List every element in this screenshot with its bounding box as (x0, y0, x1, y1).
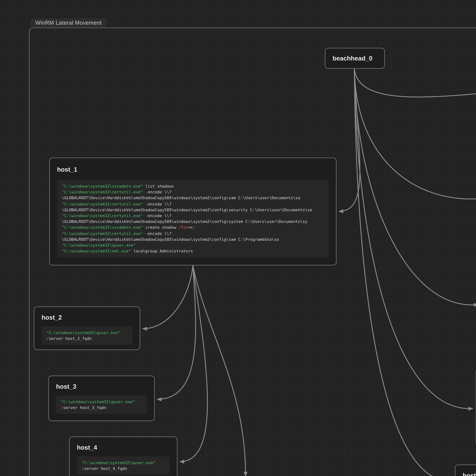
command-segment: "C:\windows\system32\quser.exe" (61, 399, 135, 404)
command-segment: \GLOBALROOT\Device\HarddiskVolumeShadowC… (62, 196, 300, 200)
command-block: "C:\windows\system32\vssadmin.exe" list … (57, 180, 329, 257)
command-segment: "C:\windows\system32\certutil.exe" (62, 213, 143, 218)
command-line: "C:\windows\system32\quser.exe" (61, 399, 142, 405)
command-segment: \GLOBALROOT\Device\HarddiskVolumeShadowC… (62, 207, 312, 212)
command-segment: encode \\? (148, 213, 171, 218)
command-line: /server host_2_fqdn (46, 336, 128, 341)
command-segment: "C:\windows\system32\quser.exe" (82, 460, 155, 465)
command-block: "C:\windows\system32\quser.exe"/server h… (42, 326, 133, 345)
node-title: host_3 (56, 383, 76, 390)
command-line: /server host_4_fqdn (82, 466, 165, 472)
command-line: \GLOBALROOT\Device\HarddiskVolumeShadowC… (62, 219, 324, 224)
command-line: "C:\windows\system32\quser.exe" (62, 242, 324, 248)
command-line: \GLOBALROOT\Device\HarddiskVolumeShadowC… (62, 195, 324, 201)
command-segment (143, 190, 145, 194)
command-segment: /for (179, 225, 188, 230)
command-line: "C:\windows\system32\certutil.exe" -enco… (62, 201, 324, 207)
command-segment: "C:\windows\system32\net.exe" (62, 249, 131, 254)
diagram-title: WinRM Lateral Movement (35, 20, 102, 26)
command-segment: encode \\? (148, 231, 171, 236)
command-segment: localgroup Administrators (131, 249, 193, 254)
command-line: \GLOBALROOT\Device\HarddiskVolumeShadowC… (62, 236, 324, 242)
node-title: host_10 (463, 472, 476, 476)
command-segment: list shadows (143, 184, 174, 188)
command-line: "C:\windows\system32\quser.exe" (46, 330, 128, 336)
diagram-canvas: WinRM Lateral Movement beachhead_0host_1… (0, 0, 476, 476)
command-segment: / (61, 405, 63, 410)
command-segment (143, 202, 145, 206)
command-segment (143, 231, 145, 236)
command-segment: create shadow (143, 225, 179, 230)
node-host_1[interactable]: host_1"C:\windows\system32\vssadmin.exe"… (49, 157, 337, 265)
command-segment: "C:\windows\system32\vssadmin.exe" (62, 225, 143, 230)
node-host_10[interactable]: host_10"C:\windows\system32\systeminfo.e… (455, 465, 476, 476)
node-title: beachhead_0 (333, 55, 373, 62)
node-beachhead_0[interactable]: beachhead_0 (325, 48, 385, 69)
command-segment: server host_3_fqdn (63, 405, 106, 410)
command-segment: \GLOBALROOT\Device\HarddiskVolumeShadowC… (62, 237, 279, 242)
command-line: "C:\windows\system32\net.exe" localgroup… (62, 248, 324, 254)
command-segment: server host_2_fqdn (49, 336, 92, 341)
node-title: host_1 (57, 166, 77, 173)
node-host_2[interactable]: host_2"C:\windows\system32\quser.exe"/se… (34, 306, 140, 350)
command-segment: / (82, 466, 84, 471)
command-segment: server host_4_fqdn (84, 466, 127, 471)
command-segment: "C:\windows\system32\certutil.exe" (62, 190, 143, 194)
command-segment: encode \\? (148, 190, 171, 194)
command-block: "C:\windows\system32\quser.exe"/server h… (77, 456, 170, 475)
command-line: "C:\windows\system32\certutil.exe" -enco… (62, 189, 324, 195)
command-segment: \GLOBALROOT\Device\HarddiskVolumeShadowC… (62, 219, 307, 224)
command-segment: "C:\windows\system32\quser.exe" (46, 330, 120, 335)
command-segment: / (46, 336, 49, 341)
command-line: "C:\windows\system32\certutil.exe" -enco… (62, 230, 324, 236)
command-line: "C:\windows\system32\vssadmin.exe" creat… (62, 224, 324, 230)
command-line: "C:\windows\system32\quser.exe" (82, 460, 165, 466)
command-segment: - (145, 213, 148, 218)
command-segment: "C:\windows\system32\certutil.exe" (62, 231, 143, 236)
command-segment: =c: (188, 225, 195, 230)
diagram-title-chip: WinRM Lateral Movement (31, 18, 106, 27)
command-segment: "C:\windows\system32\certutil.exe" (62, 202, 143, 206)
command-segment (143, 213, 145, 218)
node-title: host_4 (77, 444, 97, 451)
command-segment: - (145, 202, 148, 206)
command-line: \GLOBALROOT\Device\HarddiskVolumeShadowC… (62, 207, 324, 213)
nodes-layer: beachhead_0host_1"C:\windows\system32\vs… (0, 0, 476, 476)
node-host_3[interactable]: host_3"C:\windows\system32\quser.exe"/se… (48, 376, 155, 421)
command-line: "C:\windows\system32\vssadmin.exe" list … (62, 183, 324, 189)
command-segment: "C:\windows\system32\quser.exe" (62, 243, 136, 248)
command-block: "C:\windows\system32\quser.exe"/server h… (56, 395, 147, 414)
node-host_4[interactable]: host_4"C:\windows\system32\quser.exe"/se… (69, 437, 177, 476)
command-segment: - (145, 190, 148, 194)
node-title: host_2 (42, 314, 62, 321)
command-segment: "C:\windows\system32\vssadmin.exe" (62, 184, 143, 188)
command-line: "C:\windows\system32\certutil.exe" -enco… (62, 213, 324, 219)
command-segment: - (145, 231, 148, 236)
command-segment: encode \\? (148, 202, 171, 206)
command-line: /server host_3_fqdn (61, 405, 142, 411)
